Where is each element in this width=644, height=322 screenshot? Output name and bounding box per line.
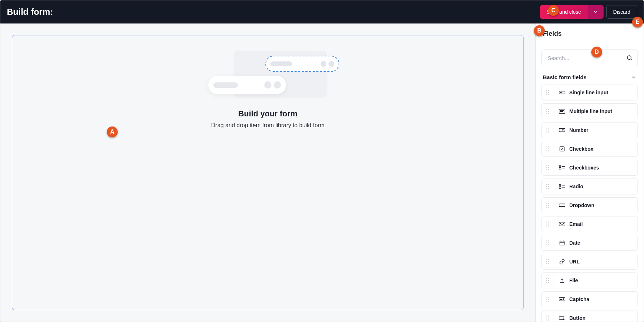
annotation-marker-c: C [548, 5, 559, 16]
field-item-label: Radio [569, 184, 583, 189]
checkbox-icon [558, 145, 566, 153]
svg-point-19 [546, 128, 547, 129]
field-item-label: Checkbox [569, 146, 593, 152]
field-item-button[interactable]: Button [541, 310, 638, 322]
svg-point-21 [546, 130, 547, 131]
svg-point-23 [546, 132, 547, 133]
file-icon [558, 277, 566, 284]
svg-point-49 [548, 188, 549, 189]
svg-point-30 [548, 149, 549, 150]
field-item-label: Dropdown [569, 202, 594, 208]
drag-handle-icon[interactable] [542, 198, 553, 213]
form-canvas-dropzone[interactable]: Build your form Drag and drop item from … [12, 35, 524, 310]
svg-point-88 [548, 280, 549, 281]
annotation-marker-e: E [632, 17, 643, 27]
svg-point-39 [548, 169, 549, 170]
svg-rect-33 [560, 147, 564, 151]
svg-point-46 [546, 186, 547, 187]
svg-point-22 [548, 130, 549, 131]
svg-point-3 [548, 90, 549, 91]
svg-point-45 [548, 184, 549, 185]
svg-point-20 [548, 128, 549, 129]
checkboxes-icon [558, 164, 566, 171]
sidebar-body[interactable]: Basic form fields Single line inputMulti… [536, 43, 644, 322]
svg-point-48 [546, 188, 547, 189]
svg-point-64 [546, 224, 547, 225]
drag-handle-icon[interactable] [542, 104, 553, 119]
drag-handle-icon[interactable] [542, 273, 553, 288]
chevron-down-icon [631, 74, 636, 80]
field-item-url[interactable]: URL [541, 254, 638, 270]
drag-handle-icon[interactable] [542, 85, 553, 100]
discard-button[interactable]: Discard [606, 5, 637, 19]
svg-point-59 [546, 207, 547, 208]
svg-point-97 [548, 301, 549, 302]
svg-point-89 [546, 282, 547, 283]
svg-point-60 [548, 207, 549, 208]
field-item-label: Button [569, 315, 586, 321]
field-item-dropdown[interactable]: Dropdown [541, 197, 638, 213]
svg-point-80 [548, 259, 549, 260]
field-item-single-line[interactable]: Single line input [541, 85, 638, 100]
svg-point-38 [546, 169, 547, 170]
svg-point-44 [546, 184, 547, 185]
field-item-captcha[interactable]: Captcha [541, 291, 638, 307]
field-item-label: Checkboxes [569, 165, 599, 171]
drag-handle-icon[interactable] [542, 254, 553, 269]
svg-point-12 [546, 111, 547, 112]
svg-rect-61 [559, 204, 565, 207]
multi-line-icon [558, 108, 566, 115]
svg-point-53 [559, 187, 561, 189]
drag-handle-icon[interactable] [542, 123, 553, 138]
svg-point-27 [546, 146, 547, 147]
svg-point-6 [546, 94, 547, 95]
svg-point-92 [546, 297, 547, 298]
svg-point-28 [548, 146, 549, 147]
field-item-multi-line[interactable]: Multiple line input [541, 103, 638, 119]
svg-point-84 [548, 263, 549, 264]
annotation-marker-d: D [591, 47, 602, 57]
field-item-checkbox[interactable]: Checkbox [541, 141, 638, 157]
svg-point-32 [548, 150, 549, 151]
svg-point-96 [546, 301, 547, 302]
svg-point-10 [546, 109, 547, 110]
svg-point-70 [548, 240, 549, 241]
page-title: Build form: [7, 7, 53, 17]
field-item-label: URL [569, 259, 580, 265]
svg-point-63 [548, 222, 549, 223]
field-item-file[interactable]: File [541, 272, 638, 288]
drag-handle-icon[interactable] [542, 292, 553, 307]
save-dropdown-button[interactable] [588, 5, 604, 19]
field-item-checkboxes[interactable]: Checkboxes [541, 160, 638, 176]
search-input[interactable] [541, 50, 638, 66]
field-group-header[interactable]: Basic form fields [541, 74, 638, 85]
svg-point-93 [548, 297, 549, 298]
svg-rect-107 [559, 317, 564, 319]
field-item-number[interactable]: 123Number [541, 122, 638, 138]
number-icon: 123 [558, 126, 566, 134]
svg-point-85 [546, 278, 547, 279]
drag-handle-icon[interactable] [542, 216, 553, 232]
field-item-date[interactable]: Date [541, 235, 638, 251]
drag-handle-icon[interactable] [542, 235, 553, 250]
svg-point-103 [546, 318, 547, 319]
field-item-radio[interactable]: Radio [541, 179, 638, 194]
button-icon [558, 314, 566, 322]
dropdown-icon [558, 202, 566, 209]
drag-handle-icon[interactable] [542, 310, 553, 322]
svg-point-74 [548, 244, 549, 245]
svg-point-73 [546, 244, 547, 245]
drag-handle-icon[interactable] [542, 141, 553, 156]
single-line-icon [558, 89, 566, 96]
svg-rect-75 [560, 241, 564, 245]
date-icon [558, 239, 566, 246]
canvas-wrapper: Build your form Drag and drop item from … [0, 23, 535, 322]
field-item-email[interactable]: Email [541, 216, 638, 232]
save-and-close-button[interactable]: Save and close [540, 5, 588, 19]
svg-point-104 [548, 318, 549, 319]
svg-point-24 [548, 132, 549, 133]
drag-handle-icon[interactable] [542, 179, 553, 194]
drag-handle-icon[interactable] [542, 160, 553, 175]
annotation-marker-b: B [534, 25, 545, 36]
field-item-label: File [569, 278, 578, 283]
